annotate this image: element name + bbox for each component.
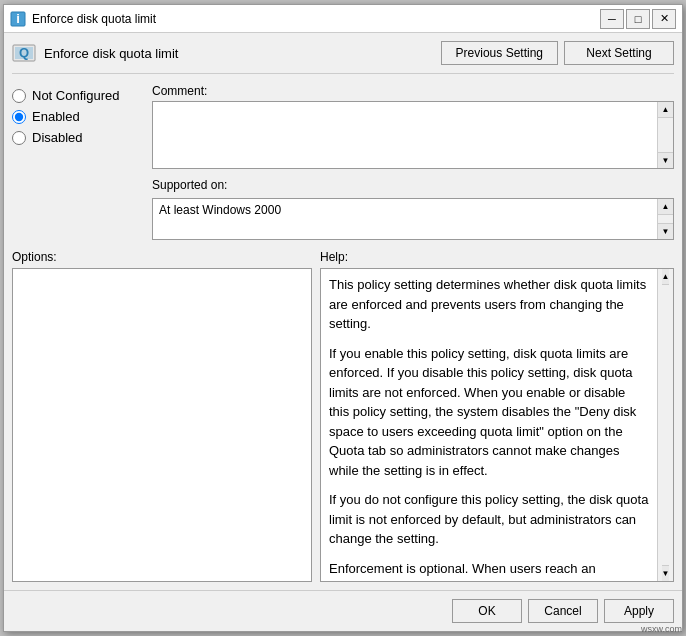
not-configured-label: Not Configured bbox=[32, 88, 119, 103]
options-box bbox=[12, 268, 312, 582]
maximize-button[interactable]: □ bbox=[626, 9, 650, 29]
previous-setting-button[interactable]: Previous Setting bbox=[441, 41, 558, 65]
help-scroll-up[interactable]: ▲ bbox=[662, 269, 670, 285]
header-buttons: Previous Setting Next Setting bbox=[441, 41, 674, 65]
svg-text:Q: Q bbox=[19, 45, 29, 60]
help-paragraph-4: Enforcement is optional. When users reac… bbox=[329, 559, 649, 582]
window-title: Enforce disk quota limit bbox=[32, 12, 600, 26]
help-scroll-down[interactable]: ▼ bbox=[662, 565, 670, 581]
apply-button[interactable]: Apply bbox=[604, 599, 674, 623]
help-paragraph-3: If you do not configure this policy sett… bbox=[329, 490, 649, 549]
radio-section: Not Configured Enabled Disabled bbox=[12, 84, 142, 240]
header-left: Q Enforce disk quota limit bbox=[12, 41, 178, 65]
disabled-label: Disabled bbox=[32, 130, 83, 145]
enabled-radio[interactable] bbox=[12, 110, 26, 124]
not-configured-radio[interactable] bbox=[12, 89, 26, 103]
help-section: Help: This policy setting determines whe… bbox=[320, 250, 674, 582]
window-icon: i bbox=[10, 11, 26, 27]
footer: OK Cancel Apply bbox=[4, 590, 682, 631]
content-area: Q Enforce disk quota limit Previous Sett… bbox=[4, 33, 682, 590]
options-help-row: Options: Help: This policy setting deter… bbox=[12, 250, 674, 582]
main-window: i Enforce disk quota limit ─ □ ✕ Q Enfor… bbox=[3, 4, 683, 632]
comment-label: Comment: bbox=[152, 84, 674, 98]
header-row: Q Enforce disk quota limit Previous Sett… bbox=[12, 41, 674, 74]
help-paragraph-2: If you enable this policy setting, disk … bbox=[329, 344, 649, 481]
help-paragraph-1: This policy setting determines whether d… bbox=[329, 275, 649, 334]
comment-scroll-down[interactable]: ▼ bbox=[658, 152, 673, 168]
not-configured-option[interactable]: Not Configured bbox=[12, 88, 142, 103]
right-panel: Comment: ▲ ▼ Supported on: At least Wind… bbox=[152, 84, 674, 240]
supported-on-box: At least Windows 2000 ▲ ▼ bbox=[152, 198, 674, 240]
supported-scroll-up[interactable]: ▲ bbox=[658, 199, 673, 215]
title-controls: ─ □ ✕ bbox=[600, 9, 676, 29]
header-title: Enforce disk quota limit bbox=[44, 46, 178, 61]
help-scrollbar: ▲ ▼ bbox=[657, 269, 673, 581]
supported-on-label: Supported on: bbox=[152, 177, 674, 192]
next-setting-button[interactable]: Next Setting bbox=[564, 41, 674, 65]
minimize-button[interactable]: ─ bbox=[600, 9, 624, 29]
comment-scrollbar: ▲ ▼ bbox=[657, 102, 673, 168]
ok-button[interactable]: OK bbox=[452, 599, 522, 623]
help-text: This policy setting determines whether d… bbox=[321, 269, 657, 581]
options-label: Options: bbox=[12, 250, 312, 264]
options-section: Options: bbox=[12, 250, 312, 582]
close-button[interactable]: ✕ bbox=[652, 9, 676, 29]
enabled-option[interactable]: Enabled bbox=[12, 109, 142, 124]
header-icon: Q bbox=[12, 41, 36, 65]
comment-box: ▲ ▼ bbox=[152, 101, 674, 169]
help-box-wrapper: This policy setting determines whether d… bbox=[320, 268, 674, 582]
disabled-radio[interactable] bbox=[12, 131, 26, 145]
supported-scroll-down[interactable]: ▼ bbox=[658, 223, 673, 239]
supported-on-value: At least Windows 2000 bbox=[153, 199, 657, 239]
svg-text:i: i bbox=[16, 11, 20, 26]
disabled-option[interactable]: Disabled bbox=[12, 130, 142, 145]
supported-scrollbar: ▲ ▼ bbox=[657, 199, 673, 239]
cancel-button[interactable]: Cancel bbox=[528, 599, 598, 623]
comment-scroll-up[interactable]: ▲ bbox=[658, 102, 673, 118]
comment-textarea[interactable] bbox=[153, 102, 657, 168]
enabled-label: Enabled bbox=[32, 109, 80, 124]
radio-group-outer: Not Configured Enabled Disabled Comment: bbox=[12, 84, 674, 240]
title-bar: i Enforce disk quota limit ─ □ ✕ bbox=[4, 5, 682, 33]
help-label: Help: bbox=[320, 250, 674, 264]
